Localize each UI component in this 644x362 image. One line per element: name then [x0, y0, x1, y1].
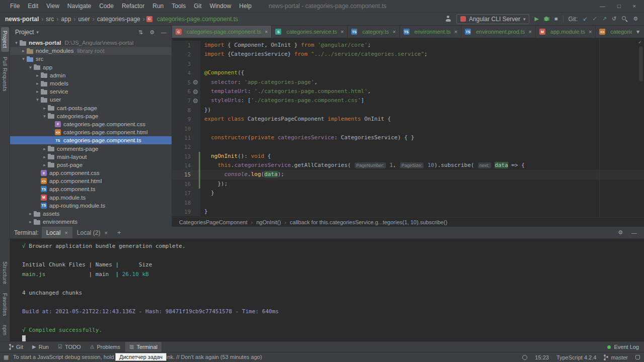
history-button[interactable]: ↺ — [612, 16, 616, 22]
debug-button[interactable] — [544, 16, 549, 22]
git-push-button[interactable]: ↗ — [602, 16, 607, 22]
close-icon[interactable]: × — [528, 29, 531, 35]
editor-tab[interactable]: <>categories-page.component.html× — [596, 26, 632, 38]
tree-item[interactable]: ▾src — [10, 55, 172, 63]
menu-item-file[interactable]: File — [6, 1, 24, 11]
menu-item-git[interactable]: Git — [190, 1, 205, 11]
menu-item-tools[interactable]: Tools — [168, 1, 190, 11]
terminal-output[interactable]: √ Browser application bundle generation … — [10, 239, 644, 341]
close-icon[interactable]: × — [265, 29, 268, 35]
project-view-selector[interactable]: Project ▾ — [15, 29, 39, 36]
user-icon[interactable] — [445, 16, 451, 22]
menu-item-window[interactable]: Window — [206, 1, 235, 11]
run-config-selector[interactable]: Angular CLI Server ▾ — [456, 14, 530, 24]
code-editor[interactable]: 1import { Component, OnInit } from '@ang… — [172, 38, 644, 217]
minimize-panel-icon[interactable]: — — [631, 230, 637, 236]
tree-item[interactable]: ▸assets — [10, 210, 172, 218]
breadcrumb-item[interactable]: ngOnInit() — [256, 219, 281, 225]
toolbar-button-problems[interactable]: ⚠Problems — [86, 342, 124, 352]
editor-tab[interactable]: Mapp.module.ts× — [536, 26, 596, 38]
git-commit-button[interactable]: ✓ — [592, 16, 597, 22]
editor-tab[interactable]: TScategory.ts× — [348, 26, 399, 38]
tree-item[interactable]: ▾user — [10, 96, 172, 104]
minimize-icon[interactable]: — — [600, 3, 605, 9]
tool-windows-grid-icon[interactable]: ▦ — [4, 354, 9, 360]
tree-item[interactable]: ▸environments — [10, 218, 172, 226]
tree-item[interactable]: <>categories-page.component.html — [10, 128, 172, 136]
toolbar-button-terminal[interactable]: ▥Terminal — [125, 342, 162, 352]
new-terminal-button[interactable]: + — [113, 229, 125, 236]
menu-item-code[interactable]: Code — [95, 1, 118, 11]
toolbar-button-git[interactable]: Git — [5, 342, 27, 352]
network-icon[interactable] — [522, 355, 527, 360]
menu-item-run[interactable]: Run — [148, 1, 168, 11]
close-icon[interactable]: × — [633, 3, 636, 9]
gear-icon[interactable]: ⚙ — [149, 29, 154, 36]
editor-tab[interactable]: TSenvironment.ts× — [400, 26, 462, 38]
tree-item[interactable]: ▾news-portalD:\JS_Angular\news-portal — [10, 39, 172, 47]
tree-item[interactable]: TScategories-page.component.ts — [10, 136, 172, 144]
editor-tab[interactable]: Scategories.service.ts× — [272, 26, 348, 38]
angular-gutter-icon[interactable] — [193, 89, 198, 94]
nav-crumb[interactable]: user — [77, 16, 91, 23]
editor-tab[interactable]: Ccategories-page.component.ts× — [172, 26, 272, 38]
close-icon[interactable]: × — [105, 230, 108, 236]
stripe-item-project[interactable]: Project — [1, 27, 9, 52]
nav-crumb[interactable]: news-portal — [4, 16, 40, 23]
stripe-item-structure[interactable]: Structure — [1, 258, 9, 288]
tree-item[interactable]: TSapp-routing.module.ts — [10, 202, 172, 210]
stripe-item-npm[interactable]: npm — [1, 321, 9, 339]
stripe-item-pull-requests[interactable]: Pull Requests — [1, 53, 9, 95]
close-icon[interactable]: × — [341, 29, 344, 35]
breadcrumb-item[interactable]: CategoriesPageComponent — [179, 219, 248, 225]
close-icon[interactable]: × — [392, 29, 395, 35]
nav-crumb[interactable]: app — [60, 16, 72, 23]
breadcrumb-item[interactable]: callback for this.categoriesService.g...… — [290, 219, 447, 225]
typescript-version[interactable]: TypeScript 4.2.4 — [556, 354, 597, 360]
project-tree[interactable]: ▾news-portalD:\JS_Angular\news-portal▸no… — [10, 39, 172, 227]
tree-item[interactable]: <>app.component.html — [10, 177, 172, 185]
hide-panel-icon[interactable]: — — [161, 29, 167, 36]
tree-item[interactable]: #categories-page.component.css — [10, 120, 172, 128]
tree-item[interactable]: TSapp.component.ts — [10, 185, 172, 193]
inspections-ok-icon[interactable]: ✓ — [638, 39, 641, 45]
tree-item[interactable]: #app.component.css — [10, 169, 172, 177]
tree-item[interactable]: ▸models — [10, 79, 172, 87]
toolbar-button-todo[interactable]: ☑TODO — [54, 342, 85, 352]
event-log-button[interactable]: Event Log — [607, 342, 639, 352]
git-update-button[interactable]: ↙ — [583, 16, 587, 22]
nav-crumb[interactable]: src — [45, 16, 55, 23]
maximize-icon[interactable]: □ — [617, 3, 621, 9]
git-branch-widget[interactable]: master — [604, 354, 628, 360]
toolbar-button-run[interactable]: ▶Run — [28, 342, 53, 352]
tabs-list-icon[interactable]: ▾ — [632, 26, 644, 38]
tree-item[interactable]: ▾categories-page — [10, 112, 172, 120]
tree-item[interactable]: ▸service — [10, 87, 172, 96]
tree-item[interactable]: ▸cart-posts-page — [10, 104, 172, 112]
menu-item-edit[interactable]: Edit — [24, 1, 42, 11]
tree-item[interactable]: Mapp.module.ts — [10, 194, 172, 202]
close-icon[interactable]: × — [64, 230, 67, 236]
tree-item[interactable]: ▸comments-page — [10, 144, 172, 152]
terminal-settings-gear-icon[interactable]: ⚙ — [618, 229, 623, 236]
tree-item[interactable]: ▸admin — [10, 71, 172, 79]
run-button[interactable]: ▶ — [534, 16, 538, 22]
menu-item-help[interactable]: Help — [235, 1, 256, 11]
menu-item-refactor[interactable]: Refactor — [118, 1, 148, 11]
tree-item[interactable]: ▸post-page — [10, 161, 172, 169]
editor-tab[interactable]: TSenvironment.prod.ts× — [461, 26, 536, 38]
settings-gear-icon[interactable]: ⚙ — [633, 16, 638, 22]
expand-collapse-icon[interactable]: ⇅ — [138, 29, 143, 36]
nav-file[interactable]: Ccategories-page.component.ts — [146, 16, 238, 23]
stop-button[interactable]: ■ — [554, 16, 558, 22]
close-icon[interactable]: × — [589, 29, 592, 35]
tree-item[interactable]: ▸node_moduleslibrary root — [10, 47, 172, 55]
search-icon[interactable] — [621, 16, 628, 22]
menu-item-navigate[interactable]: Navigate — [63, 1, 95, 11]
stripe-item-favorites[interactable]: Favorites — [1, 290, 9, 320]
terminal-tab[interactable]: Local (2)× — [72, 227, 112, 238]
editor-scrollbar[interactable] — [639, 46, 643, 81]
tree-item[interactable]: ▾app — [10, 63, 172, 71]
menu-item-view[interactable]: View — [42, 1, 63, 11]
angular-gutter-icon[interactable] — [193, 99, 198, 103]
